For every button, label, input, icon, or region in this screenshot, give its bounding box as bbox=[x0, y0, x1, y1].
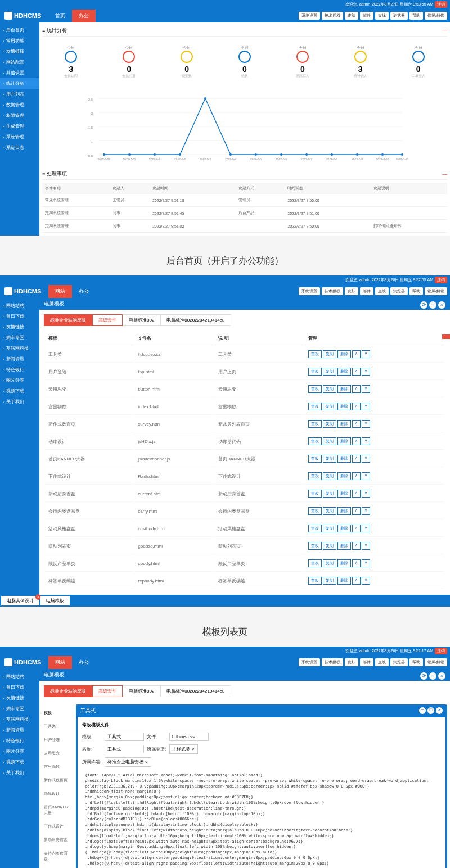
action-btn[interactable]: ∨ bbox=[362, 437, 370, 445]
template-tab[interactable]: 标准企业站响应版 bbox=[44, 685, 92, 697]
action-btn[interactable]: 删除 bbox=[338, 385, 351, 393]
collapse-icon[interactable]: — bbox=[442, 28, 447, 34]
action-btn[interactable]: ∧ bbox=[352, 403, 361, 410]
sidebar-item[interactable]: 友情链接 bbox=[0, 322, 39, 332]
action-btn[interactable]: ∨ bbox=[362, 403, 370, 410]
action-btn[interactable]: 删除 bbox=[338, 472, 351, 480]
header-btn[interactable]: 皮肤 bbox=[345, 287, 358, 295]
action-btn[interactable]: ∧ bbox=[352, 420, 361, 428]
action-btn[interactable]: ∨ bbox=[362, 577, 370, 585]
header-btn[interactable]: 技术授权 bbox=[322, 12, 343, 20]
name-input[interactable] bbox=[105, 745, 144, 753]
header-btn[interactable]: 邮件 bbox=[360, 287, 374, 295]
action-btn[interactable]: ∧ bbox=[352, 507, 361, 515]
action-btn[interactable]: 删除 bbox=[338, 420, 351, 428]
template-tab[interactable]: 电脑标准002 bbox=[123, 314, 160, 326]
action-btn[interactable]: ∧ bbox=[352, 559, 361, 567]
action-btn[interactable]: ∨ bbox=[362, 559, 370, 567]
modal-close-icon[interactable]: × bbox=[436, 707, 443, 714]
sidebar-item[interactable]: 系统日志 bbox=[0, 142, 39, 153]
sidebar-item[interactable]: 其他设置 bbox=[0, 67, 39, 78]
header-btn[interactable]: 邮件 bbox=[360, 658, 374, 666]
template-tab[interactable]: 标准企业站响应版 bbox=[44, 314, 92, 326]
header-btn[interactable]: 系统设置 bbox=[299, 287, 320, 295]
bottom-tab[interactable]: 电脑模板 bbox=[40, 596, 70, 605]
modal-maximize-icon[interactable]: □ bbox=[428, 707, 434, 714]
tab-web[interactable]: 网站 bbox=[48, 656, 72, 669]
action-btn[interactable]: 查改 bbox=[308, 437, 322, 445]
sidebar-item[interactable]: 友情链接 bbox=[0, 693, 39, 703]
bottom-tab[interactable]: 电脑具体设计× bbox=[1, 596, 39, 605]
action-btn[interactable]: ∧ bbox=[352, 437, 361, 445]
minimize-icon[interactable]: − bbox=[429, 301, 436, 309]
action-btn[interactable]: ∧ bbox=[352, 350, 361, 358]
action-btn[interactable]: 删除 bbox=[338, 525, 351, 532]
action-btn[interactable]: 复制 bbox=[323, 577, 336, 585]
header-btn[interactable]: 锁屏/解锁 bbox=[425, 658, 447, 666]
tab-home[interactable]: 首页 bbox=[48, 10, 72, 22]
sidebar-item[interactable]: 关于我们 bbox=[0, 396, 39, 407]
header-btn[interactable]: 皮肤 bbox=[345, 12, 358, 20]
template-tab[interactable]: 电脑标准0020220421041458 bbox=[160, 314, 231, 326]
sidebar-item[interactable]: 统计分析 bbox=[0, 78, 39, 89]
action-btn[interactable]: 查改 bbox=[308, 490, 322, 498]
header-btn[interactable]: 浏览器 bbox=[390, 287, 408, 295]
action-btn[interactable]: 查改 bbox=[308, 472, 322, 480]
tab-office[interactable]: 办公 bbox=[72, 285, 96, 298]
action-btn[interactable]: ∨ bbox=[362, 368, 370, 376]
action-btn[interactable]: ∨ bbox=[362, 490, 370, 498]
sidebar-item[interactable]: 后台首页 bbox=[0, 25, 39, 35]
filetype-select[interactable]: 主样式类 ∨ bbox=[169, 744, 198, 754]
action-btn[interactable]: 查改 bbox=[308, 455, 322, 463]
action-btn[interactable]: 删除 bbox=[338, 507, 351, 515]
action-btn[interactable]: 复制 bbox=[323, 490, 336, 498]
action-btn[interactable]: ∨ bbox=[362, 542, 370, 550]
sidebar-item[interactable]: 新闻资讯 bbox=[0, 354, 39, 364]
action-btn[interactable]: 删除 bbox=[338, 559, 351, 567]
action-btn[interactable]: 查改 bbox=[308, 350, 322, 358]
action-btn[interactable]: 删除 bbox=[338, 490, 351, 498]
action-btn[interactable]: 复制 bbox=[323, 437, 336, 445]
action-btn[interactable]: 复制 bbox=[323, 525, 336, 532]
action-btn[interactable]: ∧ bbox=[352, 368, 361, 376]
sidebar-item[interactable]: 视频下载 bbox=[0, 386, 39, 396]
action-btn[interactable]: ∨ bbox=[362, 385, 370, 393]
action-btn[interactable]: ∧ bbox=[352, 542, 361, 550]
sidebar-item[interactable]: 网站结构 bbox=[0, 671, 39, 682]
action-btn[interactable]: 删除 bbox=[338, 577, 351, 585]
sidebar-item[interactable]: 互联网科技 bbox=[0, 343, 39, 354]
action-btn[interactable]: 复制 bbox=[323, 507, 336, 515]
sidebar-item[interactable]: 图片分享 bbox=[0, 746, 39, 757]
action-btn[interactable]: 复制 bbox=[323, 385, 336, 393]
header-btn[interactable]: 邮件 bbox=[360, 12, 374, 20]
template-tab[interactable]: 电脑标准002 bbox=[123, 685, 160, 697]
refresh-icon[interactable]: ⟳ bbox=[420, 672, 428, 680]
modal-minimize-icon[interactable]: − bbox=[419, 707, 426, 714]
refresh-icon[interactable]: ⟳ bbox=[420, 301, 428, 309]
action-btn[interactable]: 复制 bbox=[323, 403, 336, 410]
sidebar-item[interactable]: 用户列表 bbox=[0, 89, 39, 100]
action-btn[interactable]: 删除 bbox=[338, 368, 351, 376]
belong-select[interactable]: 标准企业电脑套板 ∨ bbox=[105, 757, 151, 767]
sidebar-item[interactable]: 购车专区 bbox=[0, 703, 39, 714]
header-btn[interactable]: 帮助 bbox=[410, 287, 423, 295]
action-btn[interactable]: ∧ bbox=[352, 455, 361, 463]
template-input[interactable] bbox=[105, 733, 144, 741]
action-btn[interactable]: 查改 bbox=[308, 403, 322, 410]
header-btn[interactable]: 直线 bbox=[375, 287, 389, 295]
sidebar-item[interactable]: 视频下载 bbox=[0, 757, 39, 767]
action-btn[interactable]: 查改 bbox=[308, 385, 322, 393]
sidebar-item[interactable]: 新闻资讯 bbox=[0, 725, 39, 735]
sidebar-item[interactable]: 图片分享 bbox=[0, 375, 39, 386]
header-btn[interactable]: 技术授权 bbox=[322, 287, 343, 295]
action-btn[interactable]: 复制 bbox=[323, 559, 336, 567]
action-btn[interactable]: ∨ bbox=[362, 420, 370, 428]
action-btn[interactable]: 删除 bbox=[338, 350, 351, 358]
sidebar-item[interactable]: 生成管理 bbox=[0, 121, 39, 132]
sidebar-item[interactable]: 首日下载 bbox=[0, 682, 39, 693]
action-btn[interactable]: ∨ bbox=[362, 455, 370, 463]
header-btn[interactable]: 系统设置 bbox=[299, 12, 320, 20]
logout-button[interactable]: 注销 bbox=[435, 277, 447, 283]
collapse-icon[interactable]: — bbox=[442, 171, 447, 177]
action-btn[interactable]: ∧ bbox=[352, 490, 361, 498]
